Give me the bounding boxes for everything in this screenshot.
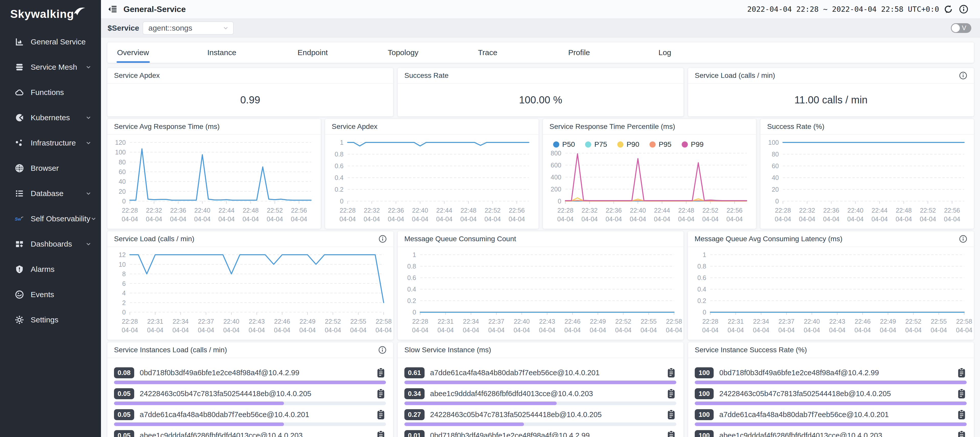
tab-topology[interactable]: Topology <box>388 43 478 63</box>
svg-text:22:28: 22:28 <box>122 207 138 214</box>
copy-instance-button[interactable] <box>667 367 676 378</box>
svg-text:04-04: 04-04 <box>896 215 912 223</box>
svg-text:0.8: 0.8 <box>334 150 344 158</box>
tab-log[interactable]: Log <box>659 43 749 63</box>
chart-message-queue-avg-consuming-latency-ms[interactable]: 00.20.40.60.8122:2804-0422:3104-0422:340… <box>688 247 974 339</box>
copy-instance-button[interactable] <box>667 388 676 399</box>
svg-text:04-04: 04-04 <box>640 326 657 334</box>
legend-item-p75[interactable]: P75 <box>585 140 607 149</box>
sidebar-item-settings[interactable]: Settings <box>0 307 101 332</box>
instance-name[interactable]: abee1c9dddaf4f6286fbf6dfd4013cce@10.4.0.… <box>140 431 374 437</box>
svg-text:Sw: Sw <box>15 217 21 221</box>
svg-text:22:56: 22:56 <box>944 207 960 214</box>
info-icon[interactable] <box>379 235 387 243</box>
info-icon[interactable] <box>959 235 967 243</box>
copy-instance-button[interactable] <box>958 388 967 399</box>
app-logo[interactable]: Skywalking <box>0 0 101 25</box>
svg-text:40: 40 <box>119 178 126 185</box>
copy-instance-button[interactable] <box>958 409 967 420</box>
svg-text:22:28: 22:28 <box>339 207 356 214</box>
legend-item-p95[interactable]: P95 <box>649 140 671 149</box>
chart-service-avg-response-time-ms[interactable]: 02040608010012022:2804-0422:3204-0422:36… <box>107 135 321 228</box>
card-header: Message Queue Consuming Count <box>398 231 684 247</box>
copy-instance-button[interactable] <box>377 367 386 378</box>
svg-text:60: 60 <box>119 168 126 175</box>
tab-instance[interactable]: Instance <box>207 43 298 63</box>
info-icon[interactable] <box>378 346 387 354</box>
copy-instance-button[interactable] <box>958 430 967 437</box>
instance-name[interactable]: 0bd718f0b3df49a6bfe1e2ce48f98a4f@10.4.2.… <box>140 369 374 377</box>
svg-text:04-04: 04-04 <box>438 326 454 334</box>
instance-name[interactable]: abee1c9dddaf4f6286fbf6dfd4013cce@10.4.0.… <box>719 431 955 437</box>
instance-row-item: 0.2724228463c05b47c7813fa502544418eb@10.… <box>404 408 676 426</box>
copy-instance-button[interactable] <box>377 388 386 399</box>
svg-text:22:52: 22:52 <box>615 318 632 325</box>
svg-text:22:34: 22:34 <box>753 318 769 325</box>
service-select-value: agent::songs <box>148 24 223 32</box>
sidebar-item-functions[interactable]: Functions <box>0 80 101 105</box>
copy-instance-button[interactable] <box>667 409 676 420</box>
service-select[interactable]: agent::songs <box>143 21 234 35</box>
instance-name[interactable]: 0bd718f0b3df49a6bfe1e2ce48f98a4f@10.4.2.… <box>719 369 955 377</box>
svg-text:10: 10 <box>119 261 126 268</box>
sidebar-item-self-observability[interactable]: SwSelf Observability <box>0 206 101 231</box>
chart-service-response-time-percentile-ms[interactable]: 020040060080022:2804-0422:3204-0422:3604… <box>543 150 756 228</box>
svg-text:80: 80 <box>119 158 126 166</box>
sidebar-item-label: Kubernetes <box>31 113 85 122</box>
instance-name[interactable]: 0bd718f0b3df49a6bfe1e2ce48f98a4f@10.4.2.… <box>430 431 664 437</box>
tab-endpoint[interactable]: Endpoint <box>298 43 388 63</box>
refresh-button[interactable] <box>944 4 955 14</box>
chart-message-queue-consuming-count[interactable]: 00.20.40.60.8122:2804-0422:3104-0422:340… <box>398 247 684 339</box>
sidebar-item-database[interactable]: Database <box>0 181 101 206</box>
tab-overview[interactable]: Overview <box>117 43 207 63</box>
instance-name[interactable]: abee1c9dddaf4f6286fbf6dfd4013cce@10.4.0.… <box>430 390 664 398</box>
instance-name[interactable]: 24228463c05b47c7813fa502544418eb@10.4.0.… <box>140 390 374 398</box>
instance-name[interactable]: a7dde61ca4fa48a4b80dab7f7eeb56ce@10.4.0.… <box>140 410 374 419</box>
svg-text:22:46: 22:46 <box>565 318 581 325</box>
sidebar-item-kubernetes[interactable]: Kubernetes <box>0 105 101 130</box>
svg-text:04-04: 04-04 <box>654 215 670 223</box>
sidebar-item-service-mesh[interactable]: Service Mesh <box>0 54 101 80</box>
svg-text:0.6: 0.6 <box>407 274 416 281</box>
card-title: Message Queue Avg Consuming Latency (ms) <box>695 235 842 243</box>
sidebar-item-general-service[interactable]: General Service <box>0 29 101 54</box>
instance-bar-track <box>404 423 676 426</box>
instance-value-badge: 0.27 <box>404 409 425 420</box>
copy-instance-button[interactable] <box>377 430 386 437</box>
sidebar-item-events[interactable]: Events <box>0 282 101 307</box>
instance-name[interactable]: 24228463c05b47c7813fa502544418eb@10.4.0.… <box>430 410 664 419</box>
copy-instance-button[interactable] <box>667 430 676 437</box>
legend-item-p50[interactable]: P50 <box>553 140 575 149</box>
svg-text:04-04: 04-04 <box>847 215 864 223</box>
tab-trace[interactable]: Trace <box>478 43 568 63</box>
chart-service-apdex[interactable]: 00.20.40.60.8122:2804-0422:3204-0422:360… <box>325 135 539 228</box>
instance-name[interactable]: a7dde61ca4fa48a4b80dab7f7eeb56ce@10.4.0.… <box>719 410 955 419</box>
version-toggle[interactable]: V <box>951 23 971 33</box>
instance-name[interactable]: a7dde61ca4fa48a4b80dab7f7eeb56ce@10.4.0.… <box>430 369 664 377</box>
sidebar-item-dashboards[interactable]: Dashboards <box>0 231 101 256</box>
instance-card-service-instances-load-calls-min: Service Instances Load (calls / min)0.08… <box>107 342 393 437</box>
chart-body: 00.20.40.60.8122:2804-0422:3104-0422:340… <box>398 247 684 339</box>
collapse-sidebar-button[interactable] <box>108 3 119 15</box>
info-button[interactable] <box>959 4 970 14</box>
info-icon[interactable] <box>959 71 967 80</box>
copy-instance-button[interactable] <box>958 367 967 378</box>
chart-success-rate[interactable]: 02040608010022:2804-0422:3204-0422:3604-… <box>760 135 974 228</box>
chart-service-load-calls-min[interactable]: 02468101222:2804-0422:3104-0422:3404-042… <box>107 247 393 339</box>
sidebar-item-alarms[interactable]: Alarms <box>0 256 101 282</box>
svg-text:04-04: 04-04 <box>823 215 839 223</box>
chart-body: 02040608010012022:2804-0422:3204-0422:36… <box>107 135 321 228</box>
sidebar-item-browser[interactable]: Browser <box>0 155 101 181</box>
instance-name[interactable]: 24228463c05b47c7813fa502544418eb@10.4.0.… <box>719 390 955 398</box>
sidebar-item-infrastructure[interactable]: Infrastructure <box>0 130 101 155</box>
svg-text:04-04: 04-04 <box>147 326 163 334</box>
svg-text:22:48: 22:48 <box>678 207 694 214</box>
time-range[interactable]: 2022-04-04 22:28 ~ 2022-04-04 22:58 UTC+… <box>747 5 939 14</box>
sidebar-item-label: Dashboards <box>31 240 85 249</box>
legend-item-p90[interactable]: P90 <box>617 140 639 149</box>
instance-row-item: 10024228463c05b47c7813fa502544418eb@10.4… <box>695 388 967 405</box>
copy-instance-button[interactable] <box>377 409 386 420</box>
legend-item-p99[interactable]: P99 <box>682 140 704 149</box>
svg-text:22:52: 22:52 <box>485 207 501 214</box>
tab-profile[interactable]: Profile <box>568 43 659 63</box>
